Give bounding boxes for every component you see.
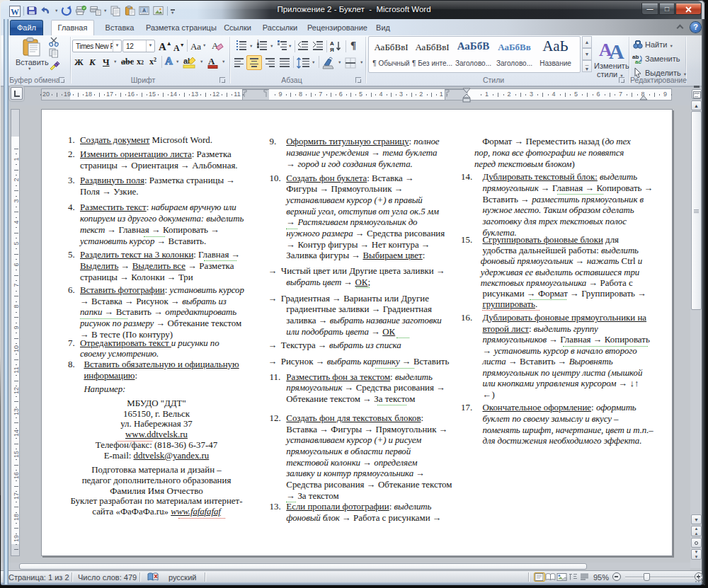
svg-text:A: A [609, 40, 624, 63]
svg-text:А: А [208, 56, 215, 67]
svg-text:A: A [142, 8, 146, 13]
svg-text:W: W [11, 7, 19, 17]
